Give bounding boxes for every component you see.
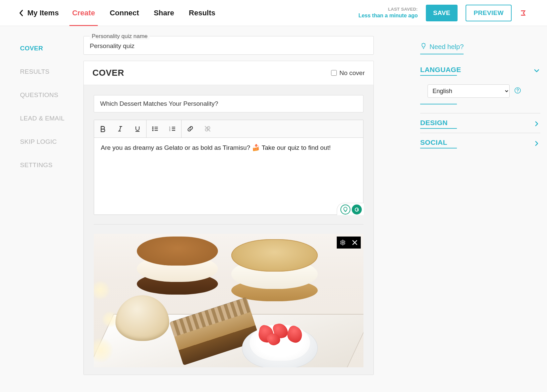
unordered-list-button[interactable] xyxy=(147,120,164,137)
lightbulb-icon xyxy=(420,43,427,51)
svg-point-0 xyxy=(152,126,154,128)
design-panel: DESIGN xyxy=(420,113,540,133)
svg-point-1 xyxy=(152,128,154,129)
no-cover-toggle[interactable]: No cover xyxy=(331,69,365,77)
back-to-items[interactable]: My Items xyxy=(19,9,59,17)
rte-text: Are you as dreamy as Gelato or as bold a… xyxy=(101,144,331,151)
cover-block: COVER No cover xyxy=(83,61,374,375)
lightbulb-badge-icon[interactable] xyxy=(340,205,350,215)
quiz-name-field[interactable]: Personality quiz name xyxy=(83,36,374,55)
underline-button[interactable] xyxy=(129,120,146,137)
cover-image-toolbar xyxy=(337,237,361,249)
left-nav: COVER RESULTS QUESTIONS LEAD & EMAIL SKI… xyxy=(0,26,83,392)
cover-headline-input[interactable] xyxy=(94,95,363,112)
save-button-label: SAVE xyxy=(433,9,451,17)
tab-results[interactable]: Results xyxy=(189,0,215,26)
brand-icon xyxy=(520,9,528,17)
svg-point-9 xyxy=(517,91,518,92)
save-status-label: LAST SAVED: xyxy=(358,7,418,12)
chevron-down-icon xyxy=(533,67,540,74)
bold-button[interactable] xyxy=(94,120,111,137)
language-panel-title: LANGUAGE xyxy=(420,66,461,76)
social-panel-title: SOCIAL xyxy=(420,138,447,148)
rich-text-editor: 123 Are you as dre xyxy=(94,120,363,215)
cover-image[interactable] xyxy=(94,234,363,367)
preview-button[interactable]: PREVIEW xyxy=(466,5,512,21)
need-help-label: Need help? xyxy=(430,43,464,51)
tab-connect[interactable]: Connect xyxy=(110,0,139,26)
left-nav-results[interactable]: RESULTS xyxy=(20,68,83,75)
quiz-name-input[interactable] xyxy=(90,40,367,50)
social-panel-header[interactable]: SOCIAL xyxy=(420,133,540,152)
help-circle-icon[interactable] xyxy=(514,87,521,95)
cover-header: COVER No cover xyxy=(84,61,373,85)
tab-connect-label: Connect xyxy=(110,9,139,17)
tab-create[interactable]: Create xyxy=(72,0,95,26)
save-status: LAST SAVED: Less than a minute ago xyxy=(358,7,418,19)
language-select[interactable]: English xyxy=(428,84,510,98)
need-help-link[interactable]: Need help? xyxy=(420,43,464,54)
rte-textarea[interactable]: Are you as dreamy as Gelato or as bold a… xyxy=(94,138,363,215)
tab-results-label: Results xyxy=(189,9,215,17)
tab-share-label: Share xyxy=(154,9,174,17)
right-panel: Need help? LANGUAGE English xyxy=(407,26,547,392)
back-label: My Items xyxy=(27,9,59,17)
left-nav-questions-label: QUESTIONS xyxy=(20,91,58,98)
editor: Personality quiz name COVER No cover xyxy=(83,26,374,392)
image-remove-button[interactable] xyxy=(349,237,361,249)
save-button[interactable]: SAVE xyxy=(426,5,458,21)
tab-create-label: Create xyxy=(72,9,95,17)
cover-divider xyxy=(94,224,363,225)
chevron-left-icon xyxy=(19,9,24,17)
preview-button-label: PREVIEW xyxy=(474,9,504,17)
cover-title: COVER xyxy=(92,68,124,78)
chevron-right-icon xyxy=(533,120,540,127)
language-panel-header[interactable]: LANGUAGE xyxy=(420,60,540,79)
left-nav-questions[interactable]: QUESTIONS xyxy=(20,91,83,99)
svg-point-2 xyxy=(152,130,154,131)
top-bar: My Items Create Connect Share Results LA… xyxy=(0,0,547,26)
left-nav-skip-logic[interactable]: SKIP LOGIC xyxy=(20,138,83,145)
left-nav-skip-logic-label: SKIP LOGIC xyxy=(20,138,57,145)
quiz-name-label: Personality quiz name xyxy=(90,33,150,40)
social-panel: SOCIAL xyxy=(420,133,540,152)
ordered-list-button[interactable]: 123 xyxy=(164,120,181,137)
rte-toolbar: 123 xyxy=(94,120,363,138)
italic-button[interactable] xyxy=(111,120,129,137)
language-panel: LANGUAGE English xyxy=(420,60,540,113)
design-panel-title: DESIGN xyxy=(420,119,448,129)
design-panel-header[interactable]: DESIGN xyxy=(420,113,540,132)
topbar-right: LAST SAVED: Less than a minute ago SAVE … xyxy=(358,5,528,21)
chevron-right-icon xyxy=(533,140,540,147)
language-panel-body: English xyxy=(420,79,540,113)
no-cover-label: No cover xyxy=(339,69,365,77)
no-cover-checkbox[interactable] xyxy=(331,70,337,76)
left-nav-settings[interactable]: SETTINGS xyxy=(20,161,83,169)
link-button[interactable] xyxy=(182,120,199,137)
cover-body: 123 Are you as dre xyxy=(84,85,373,375)
left-nav-settings-label: SETTINGS xyxy=(20,161,52,168)
save-status-time: Less than a minute ago xyxy=(358,12,418,19)
rte-assist-badges xyxy=(337,203,364,215)
left-nav-lead-email[interactable]: LEAD & EMAIL xyxy=(20,115,83,122)
top-tabs: Create Connect Share Results xyxy=(72,0,215,26)
svg-point-7 xyxy=(342,242,344,244)
left-nav-cover-label: COVER xyxy=(20,45,43,52)
left-nav-cover[interactable]: COVER xyxy=(20,45,83,52)
tab-share[interactable]: Share xyxy=(154,0,174,26)
svg-text:3: 3 xyxy=(169,129,171,131)
left-nav-results-label: RESULTS xyxy=(20,68,49,75)
unlink-button xyxy=(199,120,216,137)
grammarly-badge-icon[interactable] xyxy=(352,205,362,215)
image-settings-button[interactable] xyxy=(337,237,349,249)
left-nav-lead-email-label: LEAD & EMAIL xyxy=(20,115,64,122)
